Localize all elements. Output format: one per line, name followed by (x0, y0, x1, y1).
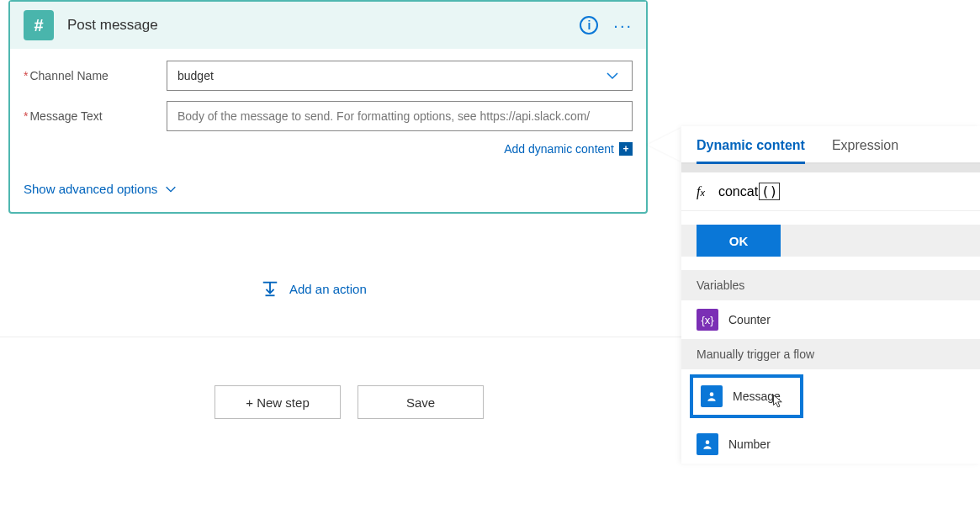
tab-expression[interactable]: Expression (832, 138, 898, 162)
chevron-down-icon (164, 183, 177, 196)
channel-name-row: *Channel Name budget (24, 61, 633, 91)
variable-icon: {x} (697, 309, 718, 331)
message-item-highlight: Message (690, 374, 803, 418)
user-input-icon (701, 385, 723, 407)
variable-counter-item[interactable]: {x} Counter (681, 300, 980, 339)
message-text-label: *Message Text (24, 109, 167, 123)
user-input-icon (697, 433, 718, 455)
add-an-action-link[interactable]: Add an action (261, 279, 367, 298)
advanced-row: Show advanced options (24, 182, 633, 197)
expression-fn-name: concat (718, 184, 758, 199)
save-button[interactable]: Save (358, 385, 484, 419)
trigger-number-item[interactable]: Number (681, 425, 980, 464)
card-title: Post message (67, 17, 580, 34)
channel-name-label-text: Channel Name (29, 69, 108, 82)
header-icon-group: i ··· (580, 16, 633, 35)
section-manual-trigger: Manually trigger a flow (681, 339, 980, 369)
expression-text: concat() (718, 183, 780, 200)
chevron-down-icon (605, 68, 620, 83)
channel-name-select[interactable]: budget (167, 61, 633, 91)
add-an-action-text: Add an action (289, 282, 367, 296)
tab-dynamic-content[interactable]: Dynamic content (697, 138, 805, 164)
bottom-button-row: + New step Save (215, 385, 484, 419)
insert-step-icon (261, 279, 279, 298)
slack-hash-icon: # (24, 10, 54, 40)
expression-parens: () (759, 183, 780, 200)
expression-input-row[interactable]: fx concat() (681, 172, 980, 211)
fx-icon: fx (697, 184, 705, 199)
show-advanced-options-link[interactable]: Show advanced options (24, 182, 177, 196)
ok-button[interactable]: OK (697, 225, 781, 257)
card-body: *Channel Name budget *Message Text Body … (10, 49, 646, 212)
graybar (681, 164, 980, 172)
message-text-input[interactable]: Body of the message to send. For formatt… (167, 101, 633, 131)
svg-point-4 (706, 440, 710, 444)
svg-point-3 (710, 392, 714, 396)
cursor-pointer-icon (770, 392, 785, 411)
panel-tabs: Dynamic content Expression (681, 126, 980, 164)
trigger-message-item[interactable]: Message (696, 380, 797, 412)
message-text-placeholder: Body of the message to send. For formatt… (177, 109, 590, 123)
show-advanced-options-text: Show advanced options (24, 182, 157, 196)
add-dynamic-row: Add dynamic content + (24, 141, 633, 156)
info-icon[interactable]: i (580, 16, 598, 34)
channel-name-label: *Channel Name (24, 69, 167, 82)
add-dynamic-content-link[interactable]: Add dynamic content + (504, 142, 633, 156)
plus-icon: + (619, 142, 633, 156)
card-header: # Post message i ··· (10, 2, 646, 49)
variable-counter-label: Counter (728, 313, 771, 326)
new-step-button[interactable]: + New step (215, 385, 341, 419)
dynamic-content-panel: Dynamic content Expression fx concat() O… (681, 126, 980, 464)
more-icon[interactable]: ··· (613, 16, 633, 35)
add-dynamic-content-text: Add dynamic content (504, 142, 614, 156)
section-variables: Variables (681, 270, 980, 300)
divider (0, 337, 681, 337)
callout-arrow (648, 128, 681, 162)
message-text-label-text: Message Text (29, 109, 102, 123)
message-text-row: *Message Text Body of the message to sen… (24, 101, 633, 131)
channel-name-value: budget (177, 69, 214, 82)
post-message-card: # Post message i ··· *Channel Name budge… (8, 0, 648, 214)
trigger-number-label: Number (728, 437, 771, 451)
